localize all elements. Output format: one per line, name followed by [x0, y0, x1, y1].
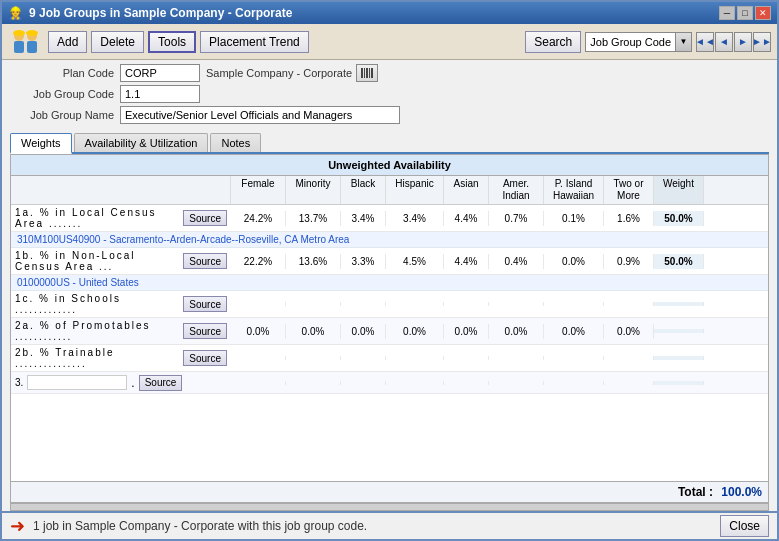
cell-2b-hispanic	[386, 356, 444, 360]
svg-rect-1	[14, 41, 24, 53]
job-group-name-input[interactable]	[120, 106, 400, 124]
main-content: Unweighted Availability Female Minority …	[10, 154, 769, 503]
job-group-name-row: Job Group Name	[10, 106, 769, 124]
status-message: 1 job in Sample Company - Corporate with…	[33, 519, 367, 533]
table-row: 3. . Source	[11, 372, 768, 394]
cell-2a-black: 0.0%	[341, 324, 386, 339]
cell-1c-amer-indian	[489, 302, 544, 306]
svg-rect-10	[371, 68, 373, 78]
cell-1a-minority: 13.7%	[286, 211, 341, 226]
plan-code-input[interactable]	[120, 64, 200, 82]
window-icon: 👷	[8, 6, 23, 20]
source-info-1a: 310M100US40900 - Sacramento--Arden-Arcad…	[11, 232, 768, 248]
tools-button[interactable]: Tools	[148, 31, 196, 53]
source-1a-button[interactable]: Source	[183, 210, 227, 226]
source-3-button[interactable]: Source	[139, 375, 183, 391]
minimize-button[interactable]: ─	[719, 6, 735, 20]
dropdown-arrow-icon[interactable]: ▼	[675, 33, 691, 51]
table-row: 1c. % in Schools ............. Source	[11, 291, 768, 318]
tabs-bar: Weights Availability & Utilization Notes	[10, 133, 769, 154]
search-button[interactable]: Search	[525, 31, 581, 53]
nav-last-button[interactable]: ►►	[753, 32, 771, 52]
table-section-title: Unweighted Availability	[11, 155, 768, 176]
status-bar: ➜ 1 job in Sample Company - Corporate wi…	[2, 511, 777, 539]
table-row: 2b. % Trainable ............... Source	[11, 345, 768, 372]
row-2a-label: 2a. % of Promotables ............ Source	[11, 318, 231, 344]
cell-3-minority	[286, 381, 341, 385]
search-dropdown-value: Job Group Code	[586, 36, 675, 48]
cell-2b-minority	[286, 356, 341, 360]
cell-2a-female: 0.0%	[231, 324, 286, 339]
tab-weights[interactable]: Weights	[10, 133, 72, 154]
cell-1b-amer-indian: 0.4%	[489, 254, 544, 269]
horizontal-scrollbar[interactable]	[10, 503, 769, 511]
cell-1a-two-more: 1.6%	[604, 211, 654, 226]
source-1b-button[interactable]: Source	[183, 253, 227, 269]
cell-1c-female	[231, 302, 286, 306]
job-group-code-row: Job Group Code	[10, 85, 769, 103]
close-window-button[interactable]: ✕	[755, 6, 771, 20]
job-group-code-input[interactable]	[120, 85, 200, 103]
title-bar: 👷 9 Job Groups in Sample Company - Corpo…	[2, 2, 777, 24]
cell-2b-female	[231, 356, 286, 360]
svg-point-4	[13, 30, 25, 36]
cell-1c-asian	[444, 302, 489, 306]
cell-1b-black: 3.3%	[341, 254, 386, 269]
col-header-minority: Minority	[286, 176, 341, 204]
cell-2b-two-more	[604, 356, 654, 360]
close-button[interactable]: Close	[720, 515, 769, 537]
arrow-icon: ➜	[10, 515, 25, 537]
col-header-weight: Weight	[654, 176, 704, 204]
row-1c-label: 1c. % in Schools ............. Source	[11, 291, 231, 317]
cell-2b-black	[341, 356, 386, 360]
cell-1a-female: 24.2%	[231, 211, 286, 226]
cell-1b-minority: 13.6%	[286, 254, 341, 269]
company-name-label: Sample Company - Corporate	[206, 67, 352, 79]
cell-2a-minority: 0.0%	[286, 324, 341, 339]
cell-1a-amer-indian: 0.7%	[489, 211, 544, 226]
row-3-custom-input[interactable]	[27, 375, 127, 390]
cell-2a-amer-indian: 0.0%	[489, 324, 544, 339]
cell-3-amer-indian	[489, 381, 544, 385]
maximize-button[interactable]: □	[737, 6, 753, 20]
nav-next-button[interactable]: ►	[734, 32, 752, 52]
cell-3-hispanic	[386, 381, 444, 385]
tab-notes[interactable]: Notes	[210, 133, 261, 152]
cell-1b-weight: 50.0%	[654, 254, 704, 269]
cell-3-black	[341, 381, 386, 385]
placement-trend-button[interactable]: Placement Trend	[200, 31, 309, 53]
cell-1b-asian: 4.4%	[444, 254, 489, 269]
column-headers: Female Minority Black Hispanic Asian Ame…	[11, 176, 768, 205]
cell-3-weight	[654, 381, 704, 385]
cell-1c-p-island	[544, 302, 604, 306]
cell-1c-black	[341, 302, 386, 306]
cell-3-female	[231, 381, 286, 385]
toolbar-icon	[8, 28, 44, 56]
source-1c-button[interactable]: Source	[183, 296, 227, 312]
col-header-asian: Asian	[444, 176, 489, 204]
delete-button[interactable]: Delete	[91, 31, 144, 53]
source-2a-button[interactable]: Source	[183, 323, 227, 339]
col-header-two-more: Two or More	[604, 176, 654, 204]
tab-availability[interactable]: Availability & Utilization	[74, 133, 209, 152]
scan-button[interactable]	[356, 64, 378, 82]
svg-rect-3	[27, 41, 37, 53]
search-dropdown[interactable]: Job Group Code ▼	[585, 32, 692, 52]
nav-prev-button[interactable]: ◄	[715, 32, 733, 52]
total-row: Total : 100.0%	[11, 481, 768, 502]
cell-3-asian	[444, 381, 489, 385]
cell-1c-weight	[654, 302, 704, 306]
cell-2a-two-more: 0.0%	[604, 324, 654, 339]
cell-2b-asian	[444, 356, 489, 360]
table-row: 1b. % in Non-Local Census Area ... Sourc…	[11, 248, 768, 275]
job-group-name-label: Job Group Name	[10, 109, 120, 121]
add-button[interactable]: Add	[48, 31, 87, 53]
cell-1b-hispanic: 4.5%	[386, 254, 444, 269]
cell-1b-female: 22.2%	[231, 254, 286, 269]
cell-1b-two-more: 0.9%	[604, 254, 654, 269]
col-header-label	[11, 176, 231, 204]
row-1b-label: 1b. % in Non-Local Census Area ... Sourc…	[11, 248, 231, 274]
row-3-label: 3. . Source	[11, 373, 231, 393]
nav-first-button[interactable]: ◄◄	[696, 32, 714, 52]
source-2b-button[interactable]: Source	[183, 350, 227, 366]
